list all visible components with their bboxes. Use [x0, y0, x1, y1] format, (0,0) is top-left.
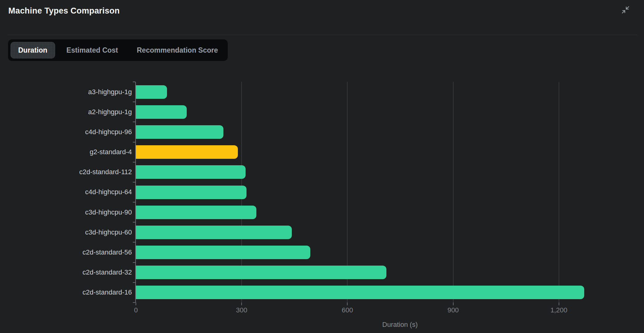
bar-c4d-highcpu-64[interactable]: [136, 186, 247, 199]
x-axis-tick-label-1,200: 1,200: [537, 306, 581, 314]
metric-tabbar: Duration Estimated Cost Recommendation S…: [8, 39, 228, 61]
y-axis-label-c2d-standard-56: c2d-standard-56: [0, 242, 132, 262]
x-axis-tick-label-0: 0: [114, 306, 157, 314]
y-axis-tick: [133, 302, 135, 303]
y-axis-label-c4d-highcpu-96: c4d-highcpu-96: [0, 122, 132, 142]
x-axis-tick: [136, 303, 136, 305]
y-axis-tick: [133, 142, 135, 142]
tab-recommendation-score[interactable]: Recommendation Score: [129, 42, 225, 58]
y-axis-label-c2d-standard-16: c2d-standard-16: [0, 283, 132, 303]
x-axis-tick-label-300: 300: [220, 306, 263, 314]
x-axis-title: Duration (s): [354, 321, 446, 329]
gridline-1200: [559, 82, 559, 303]
collapse-button[interactable]: [620, 4, 631, 15]
bar-c2d-standard-112[interactable]: [136, 165, 246, 179]
bar-c4d-highcpu-96[interactable]: [136, 125, 223, 139]
tab-estimated-cost[interactable]: Estimated Cost: [59, 42, 125, 58]
gridline-900: [453, 82, 454, 303]
y-axis-label-c3d-highcpu-90: c3d-highcpu-90: [0, 202, 132, 222]
y-axis-tick: [133, 242, 135, 243]
bar-c2d-standard-56[interactable]: [136, 246, 310, 259]
y-axis-label-c4d-highcpu-64: c4d-highcpu-64: [0, 182, 132, 202]
y-axis-tick: [133, 262, 135, 263]
page-title: Machine Types Comparison: [8, 6, 120, 16]
bar-a3-highgpu-1g[interactable]: [136, 85, 167, 99]
bar-c3d-highcpu-60[interactable]: [136, 226, 292, 239]
bar-a2-highgpu-1g[interactable]: [136, 105, 187, 119]
y-axis-tick: [133, 182, 135, 183]
bar-c3d-highcpu-90[interactable]: [136, 206, 256, 219]
x-axis-tick: [453, 303, 454, 305]
x-axis-tick: [347, 303, 348, 305]
x-axis-tick-label-900: 900: [432, 306, 475, 314]
x-axis-tick: [559, 303, 559, 305]
y-axis-tick: [133, 162, 135, 162]
x-axis-tick-labels: 03006009001,200: [136, 306, 623, 315]
y-axis-label-g2-standard-4: g2-standard-4: [0, 142, 132, 162]
bar-g2-standard-4[interactable]: [136, 145, 238, 159]
x-axis-tick-label-600: 600: [326, 306, 369, 314]
y-axis-labels: a3-highgpu-1ga2-highgpu-1gc4d-highcpu-96…: [0, 82, 132, 303]
bar-c2d-standard-16[interactable]: [136, 286, 584, 299]
machine-types-comparison-panel: { "header": { "title": "Machine Types Co…: [0, 0, 644, 333]
y-axis-tick: [133, 102, 135, 102]
y-axis-label-a3-highgpu-1g: a3-highgpu-1g: [0, 82, 132, 102]
y-axis-tick: [133, 282, 135, 283]
x-axis-tick: [241, 303, 242, 305]
y-axis-label-c2d-standard-32: c2d-standard-32: [0, 263, 132, 283]
y-axis-label-c2d-standard-112: c2d-standard-112: [0, 162, 132, 182]
y-axis-tick: [133, 202, 135, 203]
y-axis-tick: [133, 122, 135, 122]
bar-c2d-standard-32[interactable]: [136, 266, 386, 279]
collapse-diagonal-arrows-icon: [621, 6, 630, 14]
y-axis-label-c3d-highcpu-60: c3d-highcpu-60: [0, 222, 132, 242]
y-axis-label-a2-highgpu-1g: a2-highgpu-1g: [0, 102, 132, 122]
header-divider: [7, 35, 637, 35]
y-axis-tick: [133, 222, 135, 223]
plot-area: [136, 82, 623, 303]
y-axis-tick: [133, 82, 135, 82]
tab-duration[interactable]: Duration: [10, 42, 55, 58]
